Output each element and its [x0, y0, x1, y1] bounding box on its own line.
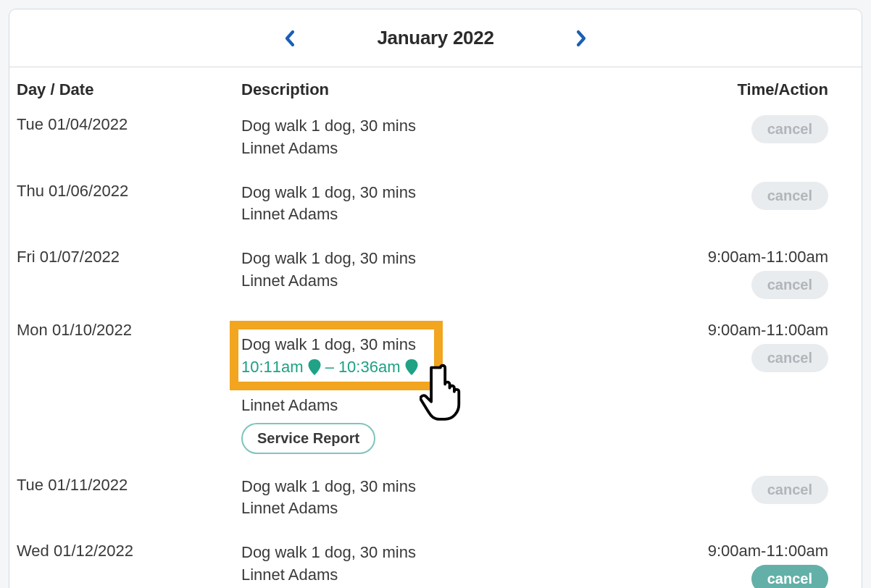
description-cell: Dog walk 1 dog, 30 mins10:11am–10:36amLi… — [241, 321, 673, 453]
cancel-button[interactable]: cancel — [751, 115, 828, 143]
action-cell: 9:00am-11:00amcancel — [673, 248, 854, 299]
date-cell: Fri 01/07/2022 — [17, 248, 241, 266]
column-headers: Day / Date Description Time/Action — [9, 67, 862, 106]
action-cell: cancel — [673, 115, 854, 143]
month-title: January 2022 — [377, 27, 493, 49]
prev-month-button[interactable] — [283, 30, 297, 47]
cancel-button[interactable]: cancel — [751, 476, 828, 504]
cancel-button[interactable]: cancel — [751, 182, 828, 210]
action-cell: 9:00am-11:00amcancel — [673, 321, 854, 372]
description-cell: Dog walk 1 dog, 30 minsLinnet Adams — [241, 182, 673, 227]
provider-name: Linnet Adams — [241, 203, 673, 226]
service-report-button[interactable]: Service Report — [241, 423, 375, 454]
time-range: 9:00am-11:00am — [708, 542, 828, 560]
col-time-action: Time/Action — [673, 80, 854, 99]
date-cell: Wed 01/12/2022 — [17, 542, 241, 560]
month-header: January 2022 — [9, 9, 862, 67]
schedule-row: Mon 01/10/2022Dog walk 1 dog, 30 mins10:… — [17, 312, 854, 466]
schedule-rows: Tue 01/04/2022Dog walk 1 dog, 30 minsLin… — [9, 106, 862, 588]
schedule-row: Tue 01/11/2022Dog walk 1 dog, 30 minsLin… — [17, 467, 854, 534]
description-cell: Dog walk 1 dog, 30 minsLinnet Adams — [241, 115, 673, 160]
check-in-time: 10:11am — [241, 356, 304, 379]
location-pin-icon — [308, 359, 321, 375]
action-cell: cancel — [673, 476, 854, 504]
col-description: Description — [241, 80, 673, 99]
check-out-time: 10:36am — [338, 356, 401, 379]
service-description: Dog walk 1 dog, 30 mins — [241, 115, 673, 138]
cancel-button[interactable]: cancel — [751, 344, 828, 372]
schedule-row: Wed 01/12/2022Dog walk 1 dog, 30 minsLin… — [17, 533, 854, 588]
schedule-panel: January 2022 Day / Date Description Time… — [9, 9, 862, 588]
date-cell: Tue 01/11/2022 — [17, 476, 241, 495]
check-in-out-time: 10:11am–10:36am — [241, 356, 418, 379]
description-cell: Dog walk 1 dog, 30 minsLinnet Adams — [241, 476, 673, 521]
service-description: Dog walk 1 dog, 30 mins — [241, 182, 673, 204]
col-day-date: Day / Date — [17, 80, 241, 99]
date-cell: Tue 01/04/2022 — [17, 115, 241, 134]
date-cell: Thu 01/06/2022 — [17, 182, 241, 201]
time-separator: – — [325, 356, 334, 379]
cancel-button[interactable]: cancel — [751, 271, 828, 299]
description-cell: Dog walk 1 dog, 30 minsLinnet Adams — [241, 542, 673, 587]
provider-name: Linnet Adams — [241, 497, 673, 520]
action-cell: cancel — [673, 182, 854, 210]
provider-name: Linnet Adams — [241, 395, 673, 417]
description-cell: Dog walk 1 dog, 30 minsLinnet Adams — [241, 248, 673, 293]
provider-name: Linnet Adams — [241, 270, 673, 293]
location-pin-icon — [405, 359, 418, 375]
cancel-button[interactable]: cancel — [751, 565, 828, 588]
provider-name: Linnet Adams — [241, 138, 673, 160]
service-description: Dog walk 1 dog, 30 mins — [241, 542, 673, 564]
provider-name: Linnet Adams — [241, 564, 673, 587]
schedule-row: Tue 01/04/2022Dog walk 1 dog, 30 minsLin… — [17, 106, 854, 173]
service-description: Dog walk 1 dog, 30 mins — [241, 248, 673, 270]
date-cell: Mon 01/10/2022 — [17, 321, 241, 340]
schedule-row: Thu 01/06/2022Dog walk 1 dog, 30 minsLin… — [17, 173, 854, 240]
action-cell: 9:00am-11:00amcancel — [673, 542, 854, 588]
schedule-row: Fri 01/07/2022Dog walk 1 dog, 30 minsLin… — [17, 239, 854, 312]
time-range: 9:00am-11:00am — [708, 248, 828, 266]
next-month-button[interactable] — [574, 30, 588, 47]
highlighted-service[interactable]: Dog walk 1 dog, 30 mins10:11am–10:36am — [230, 321, 443, 390]
time-range: 9:00am-11:00am — [708, 321, 828, 340]
service-description: Dog walk 1 dog, 30 mins — [241, 476, 673, 498]
service-description: Dog walk 1 dog, 30 mins — [241, 334, 418, 356]
